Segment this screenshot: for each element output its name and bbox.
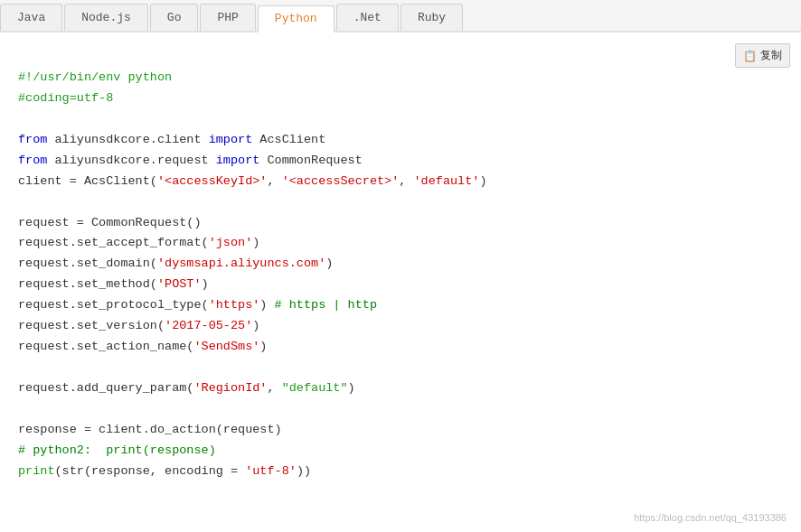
- tab-bar: Java Node.js Go PHP Python .Net Ruby: [0, 0, 801, 33]
- code-block: #!/usr/bin/env python #coding=utf-8 from…: [18, 47, 783, 503]
- tab-php[interactable]: PHP: [200, 4, 255, 31]
- tab-java[interactable]: Java: [0, 4, 62, 31]
- watermark: https://blog.csdn.net/qq_43193386: [634, 512, 787, 523]
- code-container: 📋 复制 #!/usr/bin/env python #coding=utf-8…: [0, 33, 801, 532]
- tab-python[interactable]: Python: [258, 5, 335, 33]
- copy-icon: 📋: [743, 50, 757, 62]
- tab-go[interactable]: Go: [150, 4, 199, 31]
- copy-label: 复制: [760, 48, 782, 63]
- copy-button[interactable]: 📋 复制: [735, 43, 790, 68]
- tab-ruby[interactable]: Ruby: [400, 4, 463, 31]
- tab-nodejs[interactable]: Node.js: [64, 4, 148, 31]
- tab-dotnet[interactable]: .Net: [336, 4, 399, 31]
